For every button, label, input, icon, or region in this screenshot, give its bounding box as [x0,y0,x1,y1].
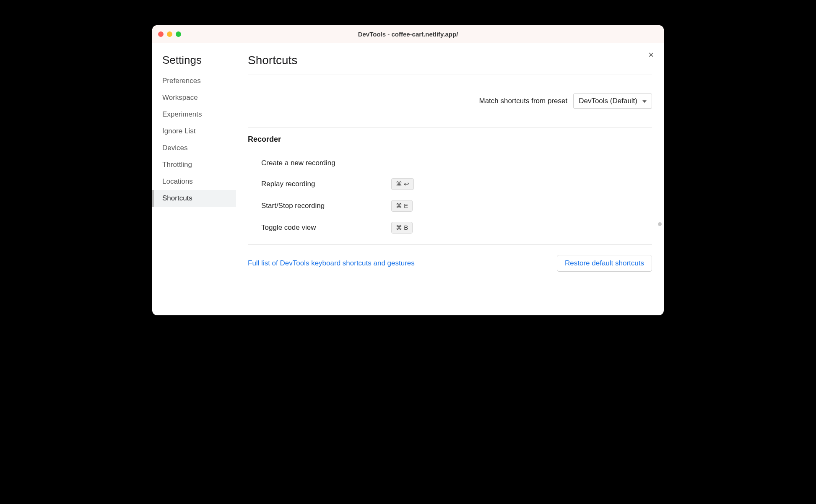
sidebar-item-label: Devices [162,144,187,152]
section-title: Recorder [248,135,652,144]
sidebar-item-label: Throttling [162,161,192,169]
footer-row: Full list of DevTools keyboard shortcuts… [248,245,652,272]
window-title: DevTools - coffee-cart.netlify.app/ [152,31,664,38]
sidebar-item-workspace[interactable]: Workspace [152,89,236,106]
sidebar-item-label: Preferences [162,77,201,85]
sidebar-item-locations[interactable]: Locations [152,173,236,190]
sidebar-item-shortcuts[interactable]: Shortcuts [152,190,236,207]
traffic-lights [158,31,181,37]
preset-select-value: DevTools (Default) [579,97,637,105]
page-title: Shortcuts [248,54,652,75]
shortcut-row: Replay recording ⌘ ↩ [248,173,652,195]
minimize-window-button[interactable] [167,31,172,37]
sidebar-item-label: Ignore List [162,127,195,135]
app-body: × Settings Preferences Workspace Experim… [152,43,664,315]
preset-label: Match shortcuts from preset [479,97,567,105]
full-shortcuts-link[interactable]: Full list of DevTools keyboard shortcuts… [248,259,415,268]
titlebar: DevTools - coffee-cart.netlify.app/ [152,25,664,43]
close-icon[interactable]: × [648,50,654,60]
settings-sidebar: Settings Preferences Workspace Experimen… [152,43,236,315]
keyboard-shortcut: ⌘ E [391,200,413,212]
settings-heading: Settings [152,54,236,73]
scrollbar-thumb[interactable] [658,222,662,226]
keyboard-shortcut: ⌘ ↩ [391,178,414,190]
preset-select[interactable]: DevTools (Default) [573,94,652,109]
preset-row: Match shortcuts from preset DevTools (De… [248,75,652,127]
main-panel: Shortcuts Match shortcuts from preset De… [236,43,664,315]
restore-defaults-button[interactable]: Restore default shortcuts [557,255,652,272]
shortcut-row: Start/Stop recording ⌘ E [248,195,652,217]
sidebar-item-label: Locations [162,177,193,185]
shortcut-label: Start/Stop recording [261,202,391,210]
sidebar-item-preferences[interactable]: Preferences [152,73,236,89]
close-window-button[interactable] [158,31,164,37]
devtools-window: DevTools - coffee-cart.netlify.app/ × Se… [152,25,664,315]
shortcuts-section: Recorder Create a new recording Replay r… [248,127,652,245]
shortcut-row: Create a new recording [248,153,652,173]
keyboard-shortcut: ⌘ B [391,222,413,234]
sidebar-item-experiments[interactable]: Experiments [152,106,236,123]
sidebar-item-label: Workspace [162,94,198,101]
sidebar-item-devices[interactable]: Devices [152,140,236,156]
shortcut-row: Toggle code view ⌘ B [248,217,652,239]
shortcut-label: Replay recording [261,180,391,188]
sidebar-item-ignore-list[interactable]: Ignore List [152,123,236,140]
sidebar-item-label: Experiments [162,110,202,118]
shortcut-label: Create a new recording [261,159,391,167]
shortcut-label: Toggle code view [261,223,391,232]
sidebar-item-throttling[interactable]: Throttling [152,156,236,173]
zoom-window-button[interactable] [176,31,181,37]
sidebar-item-label: Shortcuts [162,194,192,202]
